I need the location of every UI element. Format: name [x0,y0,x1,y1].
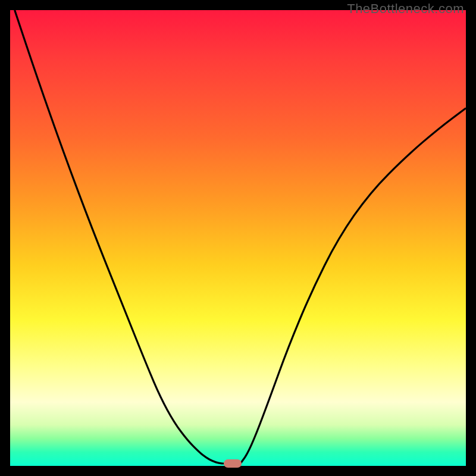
chart-container: TheBottleneck.com [0,0,476,476]
curve-right-branch [240,108,466,464]
min-marker [224,459,242,468]
curve-left-branch [15,10,224,464]
curve-svg [10,10,466,466]
